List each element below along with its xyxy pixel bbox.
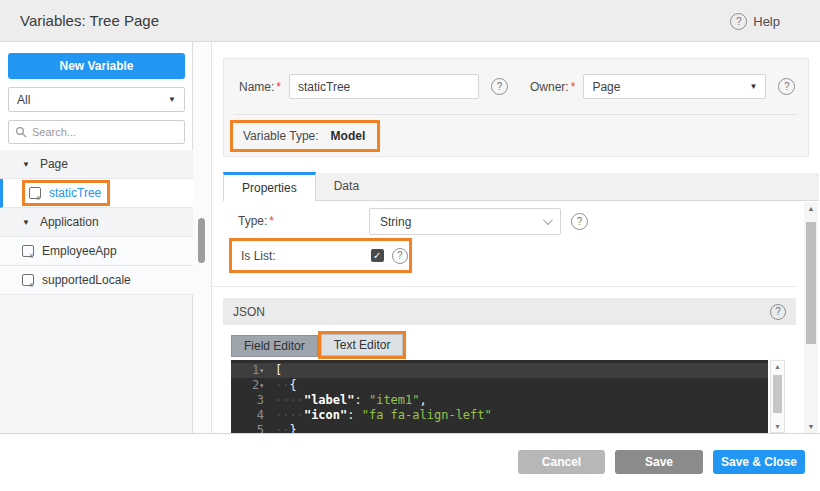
line-number: 1▾ (231, 363, 267, 378)
page-title: Variables: Tree Page (20, 0, 159, 42)
variable-type-value: Model (331, 129, 366, 143)
dialog-footer: Cancel Save Save & Close (0, 433, 820, 491)
line-number: 5 (231, 423, 267, 433)
variable-type-highlight: Variable Type: Model (230, 120, 380, 152)
variable-type-label: Variable Type: (243, 129, 319, 143)
code-line: 3····"label": "item1", (231, 393, 768, 408)
code-text: ····"icon": "fa fa-align-left" (267, 408, 492, 423)
json-code-editor[interactable]: 1▾[2▾··{3····"label": "item1",4····"icon… (231, 360, 768, 433)
help-label: Help (753, 14, 780, 29)
fold-arrow-icon[interactable]: ▾ (259, 366, 264, 375)
json-help-icon[interactable]: ? (770, 304, 786, 320)
text-editor-highlight: Text Editor (318, 331, 407, 359)
code-text: [ (267, 363, 282, 378)
required-asterisk: * (269, 214, 274, 228)
tree-item-label: supportedLocale (42, 273, 131, 287)
tree-item-staticTree[interactable]: staticTree (0, 179, 193, 208)
panel-scrollbar-thumb[interactable] (806, 222, 816, 344)
name-label: Name:* (239, 80, 281, 94)
tree-group-Page[interactable]: ▼Page (0, 150, 193, 179)
text-editor-button[interactable]: Text Editor (321, 334, 404, 356)
variable-filter-select[interactable]: All ▼ (8, 87, 185, 112)
owner-help-icon[interactable]: ? (778, 78, 795, 95)
tree-item-label: staticTree (49, 186, 101, 200)
collapse-triangle-icon[interactable]: ▼ (22, 218, 30, 227)
sidebar-scrollbar-thumb[interactable] (198, 218, 205, 263)
help-circle-icon: ? (730, 13, 747, 30)
scroll-down-icon[interactable]: ▼ (771, 423, 784, 430)
code-line: 4····"icon": "fa fa-align-left" (231, 408, 768, 423)
type-label: Type:* (238, 214, 274, 228)
code-line: 2▾··{ (231, 378, 768, 393)
scroll-up-icon[interactable]: ▲ (771, 363, 784, 370)
code-text: ··} (267, 423, 297, 433)
tab-data[interactable]: Data (316, 172, 377, 200)
variables-sidebar: New Variable All ▼ ▼PagestaticTree▼Appli… (0, 42, 193, 433)
tree-group-Application[interactable]: ▼Application (0, 208, 193, 237)
json-section-header: JSON ? (223, 298, 796, 325)
field-editor-button[interactable]: Field Editor (231, 335, 318, 357)
is-list-highlight: Is List: ✓ ? (229, 238, 412, 273)
tree-item-label: EmployeeApp (42, 244, 117, 258)
caret-down-icon: ▼ (168, 95, 176, 104)
editor-toggle-group: Field Editor Text Editor (231, 331, 796, 361)
json-title: JSON (233, 305, 265, 319)
type-select[interactable]: String (369, 208, 561, 235)
panel-scrollbar[interactable]: ▲ ▼ (804, 202, 818, 433)
editor-scrollbar-thumb[interactable] (773, 375, 782, 413)
collapse-triangle-icon[interactable]: ▼ (22, 160, 30, 169)
variable-detail-panel: Name:* ? Owner:* Page ▼ ? Variable Type:… (211, 42, 820, 433)
tree-item-supportedLocale[interactable]: supportedLocale (0, 266, 193, 295)
caret-down-icon: ▼ (749, 82, 757, 91)
type-help-icon[interactable]: ? (571, 213, 588, 230)
line-number: 3 (231, 393, 267, 408)
variable-icon (29, 187, 41, 199)
scroll-down-icon[interactable]: ▼ (804, 423, 818, 430)
is-list-help-icon[interactable]: ? (392, 248, 408, 264)
chevron-down-icon (543, 215, 553, 225)
tree-group-label: Application (40, 215, 99, 229)
fold-arrow-icon[interactable]: ▾ (259, 381, 264, 390)
variables-dialog: Variables: Tree Page ? Help New Variable… (0, 0, 820, 491)
tab-properties[interactable]: Properties (223, 172, 316, 201)
tree-group-label: Page (40, 157, 68, 171)
sidebar-scrollbar[interactable] (193, 42, 211, 433)
search-icon (15, 126, 27, 138)
owner-select[interactable]: Page ▼ (583, 74, 766, 99)
code-text: ····"label": "item1", (267, 393, 427, 408)
variable-icon (22, 245, 34, 257)
filter-value: All (17, 93, 30, 107)
save-and-close-button[interactable]: Save & Close (713, 450, 805, 474)
editor-scrollbar[interactable]: ▲ ▼ (770, 360, 785, 433)
owner-value: Page (592, 80, 620, 94)
type-value: String (380, 215, 411, 229)
json-section: JSON ? Field Editor Text Editor (223, 298, 796, 361)
variables-tree: ▼PagestaticTree▼ApplicationEmployeeAppsu… (0, 150, 193, 295)
help-link[interactable]: ? Help (730, 0, 780, 42)
name-field[interactable] (289, 74, 479, 99)
tree-item-EmployeeApp[interactable]: EmployeeApp (0, 237, 193, 266)
is-list-label: Is List: (241, 249, 276, 263)
new-variable-button[interactable]: New Variable (8, 53, 185, 79)
variable-icon (22, 274, 34, 286)
section-divider (212, 286, 797, 287)
save-button[interactable]: Save (615, 450, 703, 474)
card-divider (234, 114, 798, 115)
required-asterisk: * (571, 80, 576, 94)
selected-item-highlight: staticTree (22, 180, 110, 206)
scroll-up-icon[interactable]: ▲ (804, 205, 818, 212)
search-input[interactable] (32, 126, 162, 138)
line-number: 4 (231, 408, 267, 423)
cancel-button[interactable]: Cancel (518, 450, 605, 474)
variable-summary-card: Name:* ? Owner:* Page ▼ ? Variable Type:… (223, 58, 809, 157)
variable-search[interactable] (8, 120, 185, 144)
name-help-icon[interactable]: ? (491, 78, 508, 95)
code-line: 1▾[ (231, 363, 768, 378)
detail-tabbar: Properties Data (223, 173, 819, 201)
code-line: 5··} (231, 423, 768, 433)
owner-label: Owner:* (530, 80, 575, 94)
dialog-header: Variables: Tree Page ? Help (0, 0, 820, 42)
is-list-checkbox[interactable]: ✓ (371, 249, 384, 262)
code-text: ··{ (267, 378, 297, 393)
required-asterisk: * (276, 80, 281, 94)
